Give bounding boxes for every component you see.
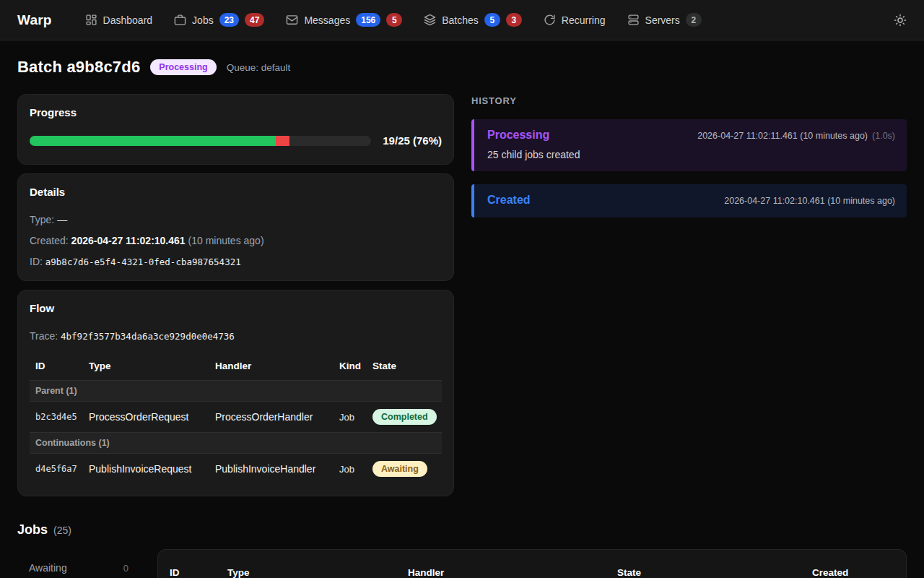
mail-icon bbox=[286, 14, 298, 26]
nav-item-jobs[interactable]: Jobs 23 47 bbox=[174, 13, 264, 27]
history-entry-note: 25 child jobs created bbox=[487, 149, 895, 160]
flow-row-type: ProcessOrderRequest bbox=[89, 411, 215, 423]
queue-label: Queue: default bbox=[227, 62, 291, 73]
progress-bar-succeeded bbox=[30, 136, 276, 146]
flow-row-handler: ProcessOrderHandler bbox=[215, 411, 339, 423]
flow-col-state: State bbox=[372, 361, 442, 371]
server-icon bbox=[627, 14, 640, 26]
nav-item-recurring[interactable]: Recurring bbox=[544, 14, 606, 26]
flow-row-continuation[interactable]: d4e5f6a7 PublishInvoiceRequest PublishIn… bbox=[30, 454, 442, 484]
jobs-enqueued-badge: 23 bbox=[219, 13, 239, 27]
history-entry-timestamp: 2026-04-27 11:02:10.461 (10 minutes ago) bbox=[724, 196, 895, 206]
page-title: Batch a9b8c7d6 bbox=[17, 58, 140, 77]
detail-type-value: — bbox=[57, 214, 67, 225]
detail-id-value: a9b8c7d6-e5f4-4321-0fed-cba987654321 bbox=[45, 256, 241, 267]
main-content: Batch a9b8c7d6 Processing Queue: default… bbox=[0, 40, 924, 578]
detail-type-label: Type: bbox=[30, 214, 54, 225]
jobs-filter-awaiting[interactable]: Awaiting 0 bbox=[17, 556, 140, 578]
jobs-filter-label: Awaiting bbox=[29, 562, 67, 574]
page-header: Batch a9b8c7d6 Processing Queue: default bbox=[17, 58, 907, 77]
jobs-title: Jobs bbox=[17, 522, 48, 538]
jobs-filter-sidebar: Awaiting 0 bbox=[17, 549, 140, 578]
progress-card-title: Progress bbox=[30, 106, 442, 118]
history-entry-duration: (1.0s) bbox=[872, 131, 895, 141]
flow-row-kind: Job bbox=[339, 412, 372, 423]
flow-trace-row: Trace: 4bf92f3577b34da6a3ce929d0e0e4736 bbox=[30, 330, 442, 342]
messages-failed-badge: 5 bbox=[386, 13, 402, 27]
nav-item-servers[interactable]: Servers 2 bbox=[627, 13, 702, 27]
flow-col-id: ID bbox=[35, 361, 89, 371]
detail-created-row: Created: 2026-04-27 11:02:10.461 (10 min… bbox=[30, 235, 442, 246]
jobs-count: (25) bbox=[53, 525, 71, 536]
detail-id-row: ID: a9b8c7d6-e5f4-4321-0fed-cba987654321 bbox=[30, 256, 442, 267]
flow-card: Flow Trace: 4bf92f3577b34da6a3ce929d0e0e… bbox=[17, 290, 454, 496]
progress-bar-failed bbox=[276, 136, 289, 146]
messages-enqueued-badge: 156 bbox=[356, 13, 380, 27]
detail-id-label: ID: bbox=[30, 256, 43, 267]
detail-created-value: 2026-04-27 11:02:10.461 bbox=[71, 235, 186, 246]
state-badge-completed: Completed bbox=[372, 409, 437, 425]
details-card-title: Details bbox=[30, 186, 442, 198]
nav-item-batches[interactable]: Batches 5 3 bbox=[424, 13, 522, 27]
jobs-section: Jobs (25) Awaiting 0 ID Type Handler Sta… bbox=[17, 522, 907, 578]
nav-list: Dashboard Jobs 23 47 Messages 156 5 Batc… bbox=[85, 13, 894, 27]
dashboard-icon bbox=[85, 14, 97, 26]
flow-col-handler: Handler bbox=[215, 361, 339, 371]
detail-created-relative: (10 minutes ago) bbox=[188, 235, 264, 246]
history-panel: HISTORY Processing 2026-04-27 11:02:11.4… bbox=[471, 94, 907, 230]
jobs-col-handler: Handler bbox=[408, 567, 617, 578]
nav-item-label: Recurring bbox=[562, 14, 606, 26]
flow-row-type: PublishInvoiceRequest bbox=[89, 463, 215, 475]
flow-row-handler: PublishInvoiceHandler bbox=[215, 463, 339, 475]
flow-trace-value: 4bf92f3577b34da6a3ce929d0e0e4736 bbox=[61, 331, 235, 342]
theme-toggle-button[interactable] bbox=[894, 14, 907, 27]
flow-row-id: d4e5f6a7 bbox=[35, 464, 89, 474]
layers-icon bbox=[424, 14, 436, 26]
history-entry-created: Created 2026-04-27 11:02:10.461 (10 minu… bbox=[471, 184, 907, 217]
jobs-table-header: ID Type Handler State Created bbox=[170, 561, 894, 578]
jobs-col-created: Created bbox=[812, 567, 894, 578]
flow-col-kind: Kind bbox=[339, 361, 372, 371]
flow-row-kind: Job bbox=[339, 464, 372, 475]
history-entry-state: Created bbox=[487, 194, 531, 207]
refresh-icon bbox=[544, 14, 556, 26]
nav-item-label: Dashboard bbox=[103, 14, 153, 26]
nav-item-label: Messages bbox=[304, 14, 350, 26]
flow-section-parent: Parent (1) bbox=[30, 380, 442, 402]
details-card: Details Type: — Created: 2026-04-27 11:0… bbox=[17, 173, 454, 281]
detail-created-label: Created: bbox=[30, 235, 69, 246]
batches-failed-badge: 3 bbox=[506, 13, 522, 27]
flow-card-title: Flow bbox=[30, 302, 442, 314]
history-title: HISTORY bbox=[471, 95, 907, 106]
sun-icon bbox=[894, 14, 907, 27]
flow-col-type: Type bbox=[89, 361, 215, 371]
jobs-col-id: ID bbox=[170, 567, 227, 578]
flow-section-continuations: Continuations (1) bbox=[30, 432, 442, 454]
detail-type-row: Type: — bbox=[30, 214, 442, 225]
progress-card: Progress 19/25 (76%) bbox=[17, 94, 454, 165]
servers-count-badge: 2 bbox=[686, 13, 702, 27]
history-entry-timestamp: 2026-04-27 11:02:11.461 (10 minutes ago) bbox=[697, 131, 868, 141]
jobs-col-state: State bbox=[617, 567, 812, 578]
flow-table-header: ID Type Handler Kind State bbox=[30, 356, 442, 380]
briefcase-icon bbox=[174, 14, 186, 26]
history-entry-state: Processing bbox=[487, 129, 549, 142]
nav-item-dashboard[interactable]: Dashboard bbox=[85, 14, 153, 26]
brand-logo[interactable]: Warp bbox=[17, 12, 52, 28]
nav-item-label: Servers bbox=[645, 14, 680, 26]
flow-row-parent[interactable]: b2c3d4e5 ProcessOrderRequest ProcessOrde… bbox=[30, 402, 442, 432]
nav-item-label: Batches bbox=[442, 14, 479, 26]
flow-row-id: b2c3d4e5 bbox=[35, 412, 89, 422]
progress-bar bbox=[30, 136, 371, 146]
jobs-failed-badge: 47 bbox=[245, 13, 264, 27]
nav-item-messages[interactable]: Messages 156 5 bbox=[286, 13, 402, 27]
progress-text: 19/25 (76%) bbox=[383, 134, 442, 147]
nav-item-label: Jobs bbox=[192, 14, 214, 26]
batches-active-badge: 5 bbox=[484, 13, 500, 27]
jobs-table: ID Type Handler State Created bbox=[157, 549, 907, 578]
jobs-filter-count: 0 bbox=[123, 563, 128, 574]
jobs-col-type: Type bbox=[227, 567, 408, 578]
left-column: Progress 19/25 (76%) Details Type: — bbox=[17, 94, 454, 505]
state-badge-awaiting: Awaiting bbox=[372, 461, 427, 477]
top-navbar: Warp Dashboard Jobs 23 47 Messages 156 5 bbox=[0, 0, 924, 40]
